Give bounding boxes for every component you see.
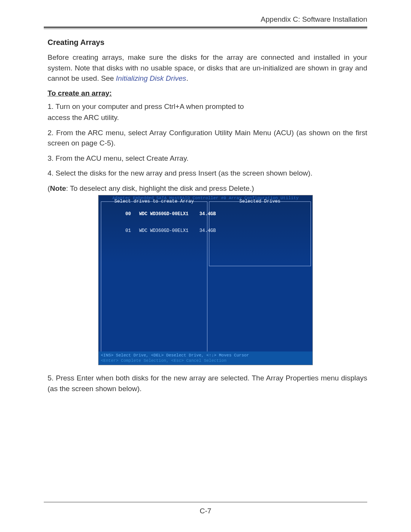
intro-text-2: .	[186, 74, 188, 82]
page-header: Appendix C: Software Installation	[44, 15, 367, 27]
note-line: (Note: To deselect any disk, highlight t…	[48, 183, 367, 194]
bios-footer-line2: <Enter> Complete Selection, <Esc> Cancel…	[101, 358, 310, 363]
document-page: Appendix C: Software Installation Creati…	[0, 0, 411, 532]
bios-footer-line1: <INS> Select Drive, <DEL> Deselect Drive…	[101, 353, 310, 358]
subheading-to-create: To create an array:	[48, 89, 367, 97]
bios-right-panel: Selected Drives	[209, 201, 311, 266]
note-tail: : To deselect any disk, highlight the di…	[66, 184, 254, 192]
bios-left-panel: Select drives to create Array 00 WDC WD3…	[101, 201, 207, 354]
intro-text-1: Before creating arrays, make sure the di…	[48, 53, 367, 82]
note-label: Note	[50, 184, 66, 192]
footer-rule	[44, 502, 367, 502]
bios-footer: <INS> Select Drive, <DEL> Deselect Drive…	[99, 351, 312, 365]
step-3: 3. From the ACU menu, select Create Arra…	[48, 153, 367, 164]
bios-screenshot: Adaptec Embedded SATA HostRAID Controlle…	[98, 195, 313, 365]
link-initializing-disk-drives[interactable]: Initializing Disk Drives	[116, 74, 186, 82]
step-4: 4. Select the disks for the new array an…	[48, 168, 367, 179]
drive-model: WDC WD360GD-00ELX1	[139, 228, 189, 233]
page-number: C-7	[0, 507, 411, 515]
step-1-line1: 1. Turn on your computer and press Ctrl+…	[48, 101, 367, 112]
step-5: 5. Press Enter when both disks for the n…	[48, 373, 367, 394]
drive-id: 00	[126, 211, 131, 217]
header-rule	[44, 27, 367, 29]
drive-id: 01	[126, 228, 131, 233]
bios-right-title: Selected Drives	[209, 199, 311, 204]
drive-model: WDC WD360GD-00ELX1	[139, 211, 189, 217]
step-1-line2: access the ARC utility.	[48, 112, 367, 123]
bios-left-title: Select drives to create Array	[101, 199, 207, 204]
intro-paragraph: Before creating arrays, make sure the di…	[48, 52, 367, 84]
drive-row-0[interactable]: 00 WDC WD360GD-00ELX1 34.4GB	[101, 206, 207, 222]
section-title: Creating Arrays	[48, 38, 367, 47]
step-2: 2. From the ARC menu, select Array Confi…	[48, 128, 367, 149]
drive-row-1[interactable]: 01 WDC WD360GD-00ELX1 34.4GB	[101, 222, 207, 239]
